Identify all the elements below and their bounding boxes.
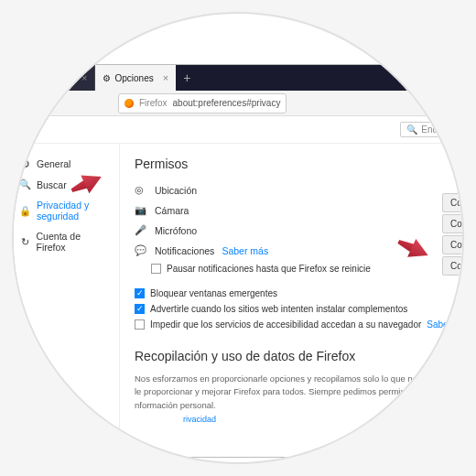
checkbox-label: Pausar notificaciones hasta que Firefox …	[167, 264, 371, 274]
perm-row-location: ◎ Ubicación	[135, 180, 462, 200]
sidebar-item-general[interactable]: ⚙ General	[16, 153, 114, 174]
sidebar-item-label: Buscar	[37, 179, 67, 190]
sync-icon: ↻	[19, 236, 31, 248]
data-collection-section: Recopilación y uso de datos de Firefox N…	[135, 349, 462, 412]
perm-row-microphone: 🎤 Micrófono	[135, 221, 462, 241]
section-heading: Permisos	[135, 157, 462, 171]
search-row: 🔍 Encontrar en Opcion	[14, 116, 462, 144]
camera-icon: 📷	[135, 204, 147, 217]
config-button[interactable]: Configuración...	[442, 256, 462, 276]
url-bar[interactable]: Firefox about:preferences#privacy	[118, 93, 287, 114]
mic-icon: 🎤	[135, 224, 147, 237]
perm-row-notifications: 💬 Notificaciones Saber más	[135, 241, 462, 261]
tab-active[interactable]: ⚙ Opciones ×	[95, 65, 176, 91]
sidebar-item-account[interactable]: ↻ Cuenta de Firefox	[16, 226, 114, 257]
learn-more-link[interactable]: Saber más	[427, 319, 462, 330]
pause-notifications-row: Pausar notificaciones hasta que Firefox …	[151, 261, 462, 276]
sidebar-item-privacy[interactable]: 🔒 Privacidad y seguridad	[16, 195, 114, 226]
perm-label: Notificaciones	[155, 245, 214, 256]
tab-inactive[interactable]: n a los proble ×	[14, 65, 95, 91]
config-button[interactable]: Configuración...	[442, 235, 462, 254]
checkbox[interactable]	[151, 264, 161, 274]
tab-label: Opciones	[114, 73, 153, 83]
sidebar-item-label: General	[37, 158, 70, 169]
url-prefix: Firefox	[139, 98, 168, 108]
sidebar-item-label: Privacidad y seguridad	[37, 200, 110, 222]
sidebar-item-search[interactable]: 🔍 Buscar	[16, 174, 114, 195]
search-input[interactable]: 🔍 Encontrar en Opcion	[400, 122, 462, 137]
checkbox[interactable]	[135, 288, 145, 298]
close-icon[interactable]: ×	[81, 72, 87, 83]
lock-icon: 🔒	[19, 205, 31, 217]
section-heading: Recopilación y uso de datos de Firefox	[135, 349, 462, 363]
sidebar-item-label: Cuenta de Firefox	[37, 231, 110, 253]
close-icon[interactable]: ×	[163, 72, 168, 83]
gear-icon: ⚙	[19, 157, 31, 169]
perm-label: Ubicación	[155, 185, 462, 196]
section-body: Nos esforzamos en proporcionarle opcione…	[135, 373, 462, 412]
warn-addons-row: Advertirle cuando los sitios web intente…	[135, 301, 462, 317]
checkbox[interactable]	[135, 319, 145, 330]
exceptions-button[interactable]: Excepciones	[454, 314, 462, 333]
tab-label: n a los proble	[17, 73, 72, 83]
learn-more-link[interactable]: Saber más	[222, 245, 268, 256]
perm-label: Cámara	[155, 205, 462, 216]
new-tab-button[interactable]: +	[176, 65, 198, 91]
tab-bar: n a los proble × ⚙ Opciones × +	[14, 65, 462, 91]
exceptions-button[interactable]: Excepciones	[454, 335, 462, 354]
main-content: Permisos ◎ Ubicación 📷 Cámara 🎤 Micrófon…	[120, 144, 462, 457]
checkbox-label: Impedir que los servicios de accesibilid…	[150, 319, 421, 330]
perm-row-camera: 📷 Cámara	[135, 200, 462, 221]
checkbox[interactable]	[135, 304, 145, 314]
toolbar: Firefox about:preferences#privacy	[14, 91, 462, 116]
config-button[interactable]: Configuración...	[442, 193, 462, 212]
gear-icon: ⚙	[103, 73, 111, 83]
checkbox-label: Advertirle cuando los sitios web intente…	[150, 304, 407, 314]
config-button-column: Configuración... Configuración... Config…	[442, 193, 462, 276]
block-popups-row: Bloquear ventanas emergentes	[135, 286, 462, 301]
perm-label: Micrófono	[155, 225, 462, 236]
checkbox-label: Bloquear ventanas emergentes	[150, 288, 277, 298]
privacy-link[interactable]: rivacidad	[183, 415, 216, 424]
search-placeholder: Encontrar en Opcion	[421, 124, 462, 135]
search-icon: 🔍	[406, 124, 417, 135]
url-text: about:preferences#privacy	[173, 98, 281, 108]
config-button[interactable]: Configuración...	[442, 214, 462, 233]
block-accessibility-row: Impedir que los servicios de accesibilid…	[135, 317, 462, 332]
location-icon: ◎	[135, 184, 147, 197]
chat-icon: 💬	[135, 244, 147, 257]
search-icon: 🔍	[19, 178, 31, 190]
sidebar: ⚙ General 🔍 Buscar 🔒 Privacidad y seguri…	[14, 144, 120, 457]
firefox-window: n a los proble × ⚙ Opciones × + Firefox …	[14, 64, 462, 458]
exception-button-column: Excepciones Excepciones	[454, 314, 462, 354]
firefox-icon	[124, 99, 134, 108]
